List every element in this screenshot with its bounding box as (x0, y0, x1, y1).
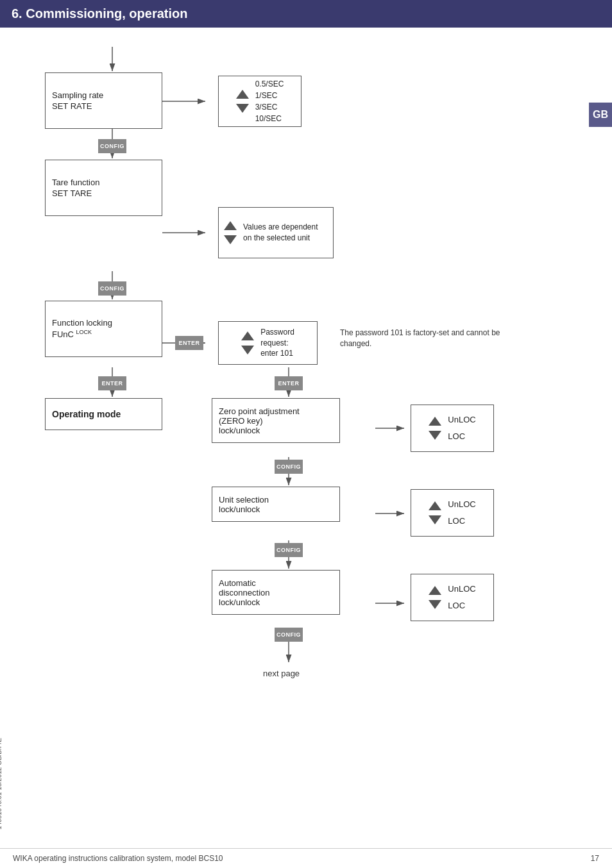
auto-options: UnLOC LOC (448, 581, 475, 614)
arrow-down-unit (429, 515, 441, 524)
unit-unloc: UnLOC (448, 496, 475, 513)
tare-function-sub: SET TARE (52, 188, 155, 198)
arrow-down-zero (429, 431, 441, 440)
config-button-4[interactable]: CONFIG (275, 543, 303, 557)
tare-selector: Values are dependent on the selected uni… (218, 207, 334, 258)
zero-point-line1: Zero point adjustment (219, 406, 333, 416)
sampling-rate-box: Sampling rate SET RATE (45, 72, 162, 129)
page-footer: WIKA operating instructions calibration … (0, 848, 612, 868)
password-line3: enter 101 (260, 349, 293, 358)
zero-point-line2: (ZERO key) (219, 416, 333, 426)
zero-arrows (429, 417, 441, 440)
side-text: 14051046.01 10/2012 GB/D/F/E (0, 738, 3, 830)
config-button-3[interactable]: CONFIG (275, 460, 303, 474)
enter-button-bottom-right[interactable]: ENTER (275, 376, 303, 390)
arrow-down-auto (429, 600, 441, 609)
auto-disconnection-line1: Automatic (219, 578, 333, 588)
option-10sec: 10/SEC (255, 113, 284, 124)
auto-loc: LOC (448, 597, 475, 614)
function-locking-sub: FUnC LOCK (52, 329, 155, 339)
zero-point-selector: UnLOC LOC (411, 405, 494, 452)
function-locking-box: Function locking FUnC LOCK (45, 301, 162, 357)
arrow-up-sampling (236, 90, 249, 99)
sampling-rate-label: Sampling rate (52, 90, 155, 100)
gb-tab: GB (589, 103, 612, 127)
zero-unloc: UnLOC (448, 412, 475, 428)
auto-disconnection-line3: lock/unlock (219, 597, 333, 607)
tare-text: Values are dependent on the selected uni… (243, 222, 328, 244)
unit-options: UnLOC LOC (448, 496, 475, 530)
func-prefix: FUnC (52, 330, 76, 340)
option-1sec: 1/SEC (255, 90, 284, 101)
zero-options: UnLOC LOC (448, 412, 475, 445)
zero-point-line3: lock/unlock (219, 426, 333, 435)
password-selector: Password request: enter 101 (218, 321, 318, 365)
tare-arrows (224, 221, 237, 244)
auto-arrows (429, 586, 441, 609)
tare-function-box: Tare function SET TARE (45, 160, 162, 216)
function-locking-label: Function locking (52, 318, 155, 328)
auto-unloc: UnLOC (448, 581, 475, 597)
password-note: The password 101 is factory-set and cann… (340, 328, 500, 349)
option-3sec: 3/SEC (255, 101, 284, 113)
sampling-rate-arrows (236, 90, 249, 113)
next-page-label: next page (263, 669, 300, 678)
sampling-rate-selector: 0.5/SEC 1/SEC 3/SEC 10/SEC (218, 76, 302, 127)
zero-point-box: Zero point adjustment (ZERO key) lock/un… (212, 398, 340, 443)
auto-disconnection-line2: disconnection (219, 588, 333, 597)
password-arrows (241, 331, 254, 355)
operating-mode-box: Operating mode (45, 398, 162, 430)
page-header: 6. Commissioning, operation (0, 0, 612, 28)
arrow-down-sampling (236, 104, 249, 113)
arrow-down-tare (224, 235, 237, 244)
arrow-up-zero (429, 417, 441, 426)
enter-button-left[interactable]: ENTER (175, 336, 203, 350)
enter-button-bottom-left[interactable]: ENTER (98, 376, 126, 390)
sampling-rate-options: 0.5/SEC 1/SEC 3/SEC 10/SEC (255, 78, 284, 124)
footer-left: WIKA operating instructions calibration … (13, 854, 223, 863)
auto-disconnection-box: Automatic disconnection lock/unlock (212, 570, 340, 615)
unit-selection-line1: Unit selection (219, 495, 333, 505)
unit-selection-line2: lock/unlock (219, 505, 333, 514)
option-0-5sec: 0.5/SEC (255, 78, 284, 90)
unit-selector: UnLOC LOC (411, 489, 494, 537)
config-button-5[interactable]: CONFIG (275, 628, 303, 642)
unit-arrows (429, 501, 441, 524)
arrow-up-password (241, 331, 254, 340)
password-text: Password request: enter 101 (260, 327, 294, 359)
arrow-up-tare (224, 221, 237, 230)
password-line2: request: (260, 338, 288, 347)
func-super: LOCK (76, 329, 92, 335)
zero-loc: LOC (448, 428, 475, 445)
config-button-1[interactable]: CONFIG (98, 139, 126, 153)
auto-selector: UnLOC LOC (411, 574, 494, 621)
password-line1: Password (260, 328, 294, 337)
page-title: 6. Commissioning, operation (12, 6, 187, 21)
arrow-down-password (241, 346, 254, 355)
unit-selection-box: Unit selection lock/unlock (212, 487, 340, 522)
tare-function-label: Tare function (52, 178, 155, 187)
unit-loc: LOC (448, 513, 475, 530)
arrow-up-auto (429, 586, 441, 595)
sampling-rate-sub: SET RATE (52, 101, 155, 111)
config-button-2[interactable]: CONFIG (98, 281, 126, 296)
arrow-up-unit (429, 501, 441, 510)
operating-mode-label: Operating mode (52, 409, 155, 419)
footer-right: 17 (591, 854, 599, 863)
